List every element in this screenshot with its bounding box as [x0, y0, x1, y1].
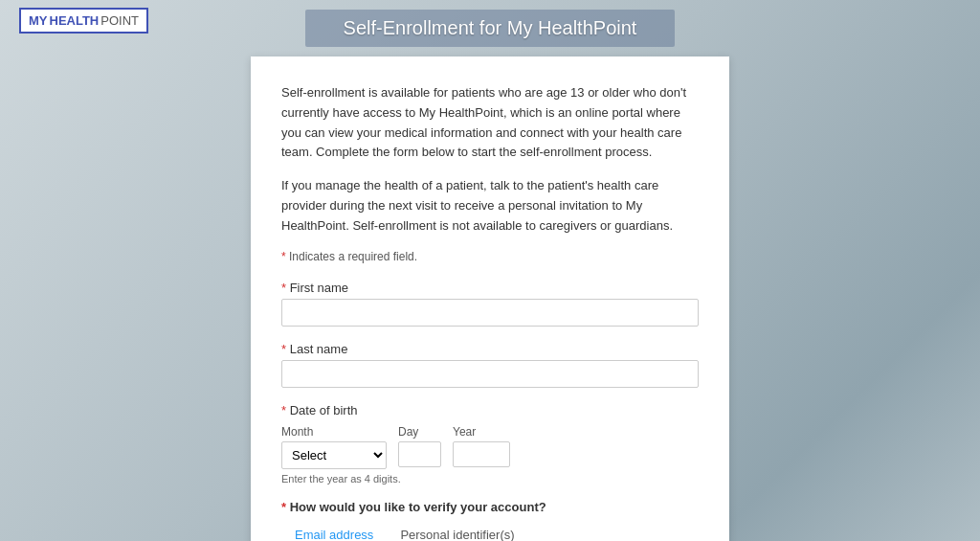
- required-note: * Indicates a required field.: [281, 250, 699, 263]
- first-name-group: * First name: [281, 281, 699, 327]
- dob-year-col: Year: [453, 425, 510, 467]
- verify-section: * How would you like to verify your acco…: [281, 500, 699, 541]
- logo: MY HEALTH POINT: [19, 8, 148, 34]
- logo-my: MY: [29, 13, 48, 28]
- required-note-text: Indicates a required field.: [289, 250, 417, 263]
- verify-label: * How would you like to verify your acco…: [281, 500, 699, 514]
- dob-month-select[interactable]: Select January February March April May …: [281, 441, 387, 469]
- logo-health: HEALTH: [50, 13, 100, 28]
- dob-month-label: Month: [281, 425, 387, 439]
- dob-year-input[interactable]: [453, 441, 510, 467]
- page-title: Self-Enrollment for My HealthPoint: [305, 10, 676, 47]
- first-name-label: * First name: [281, 281, 699, 295]
- last-name-input[interactable]: [281, 360, 699, 388]
- tab-email-address[interactable]: Email address: [281, 522, 387, 541]
- last-name-label: * Last name: [281, 342, 699, 356]
- form-card: Self-enrollment is available for patient…: [251, 56, 729, 541]
- dob-day-col: Day: [398, 425, 441, 467]
- header: MY HEALTH POINT Self-Enrollment for My H…: [0, 0, 980, 56]
- asterisk-required: *: [281, 250, 286, 263]
- dob-fields: Month Select January February March Apri…: [281, 425, 699, 469]
- logo-point: POINT: [100, 13, 139, 28]
- dob-day-input[interactable]: [398, 441, 441, 467]
- dob-section: * Date of birth Month Select January Feb…: [281, 403, 699, 485]
- tab-personal-identifier[interactable]: Personal identifier(s): [387, 522, 527, 541]
- verify-tabs: Email address Personal identifier(s): [281, 522, 699, 541]
- dob-hint: Enter the year as 4 digits.: [281, 473, 699, 485]
- first-name-input[interactable]: [281, 299, 699, 327]
- dob-label: * Date of birth: [281, 403, 699, 417]
- dob-year-label: Year: [453, 425, 510, 439]
- intro-paragraph1: Self-enrollment is available for patient…: [281, 83, 699, 163]
- intro-paragraph2: If you manage the health of a patient, t…: [281, 176, 699, 236]
- last-name-group: * Last name: [281, 342, 699, 388]
- dob-month-col: Month Select January February March Apri…: [281, 425, 387, 469]
- dob-day-label: Day: [398, 425, 441, 439]
